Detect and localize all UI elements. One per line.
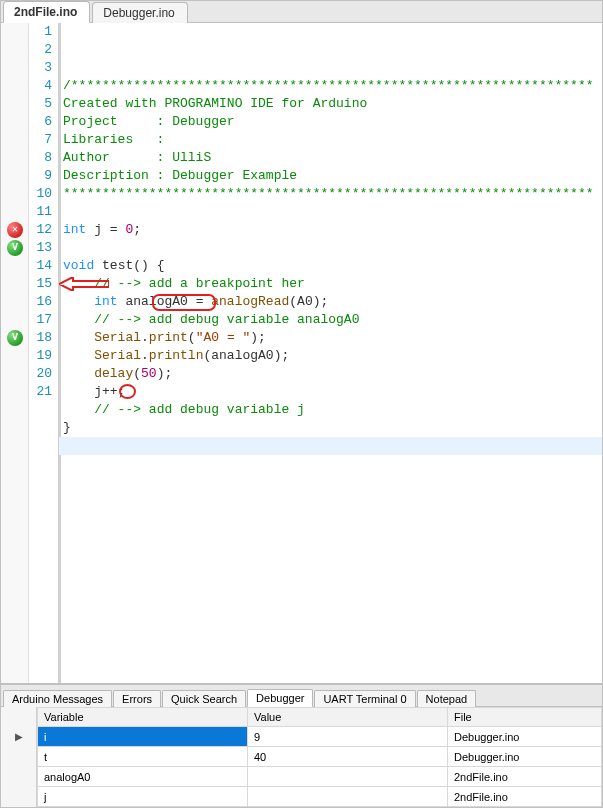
code-line[interactable]: int analogA0 = analogRead(A0); xyxy=(59,293,602,311)
line-number: 17 xyxy=(29,311,52,329)
current-row-indicator-icon xyxy=(1,746,36,765)
table-row[interactable]: j2ndFile.ino xyxy=(38,787,602,807)
cell-variable[interactable]: j xyxy=(38,787,248,807)
panel-tab-arduino-messages[interactable]: Arduino Messages xyxy=(3,690,112,707)
col-header-variable[interactable]: Variable xyxy=(38,708,248,727)
cell-variable[interactable]: i xyxy=(38,727,248,747)
panel-tab-errors[interactable]: Errors xyxy=(113,690,161,707)
cell-file[interactable]: 2ndFile.ino xyxy=(448,787,602,807)
bottom-panel: Arduino Messages Errors Quick Search Deb… xyxy=(0,684,603,808)
line-number: 19 xyxy=(29,347,52,365)
line-number: 3 xyxy=(29,59,52,77)
line-number: 10 xyxy=(29,185,52,203)
code-line[interactable] xyxy=(59,203,602,221)
cell-value[interactable]: 40 xyxy=(248,747,448,767)
current-row-indicator-icon: ▶ xyxy=(1,727,36,746)
code-line[interactable]: // --> add debug variable analogA0 xyxy=(59,311,602,329)
current-row-indicator-icon xyxy=(1,765,36,784)
file-tabs: 2ndFile.ino Debugger.ino xyxy=(1,1,602,23)
line-number: 12 xyxy=(29,221,52,239)
line-number: 2 xyxy=(29,41,52,59)
code-line[interactable]: /***************************************… xyxy=(59,77,602,95)
code-line[interactable]: int j = 0; xyxy=(59,221,602,239)
table-row[interactable]: analogA02ndFile.ino xyxy=(38,767,602,787)
panel-tab-quick-search[interactable]: Quick Search xyxy=(162,690,246,707)
code-line[interactable]: // --> add debug variable j xyxy=(59,401,602,419)
col-header-value[interactable]: Value xyxy=(248,708,448,727)
code-line[interactable]: void test() { xyxy=(59,257,602,275)
panel-tab-notepad[interactable]: Notepad xyxy=(417,690,477,707)
code-line[interactable]: ****************************************… xyxy=(59,185,602,203)
code-text[interactable]: /***************************************… xyxy=(59,23,602,683)
line-number: 5 xyxy=(29,95,52,113)
code-line[interactable] xyxy=(59,239,602,257)
annotation-circle-analogA0 xyxy=(152,294,216,311)
code-line[interactable]: Serial.print("A0 = "); xyxy=(59,329,602,347)
line-number: 6 xyxy=(29,113,52,131)
line-number: 9 xyxy=(29,167,52,185)
cell-value[interactable] xyxy=(248,787,448,807)
cell-value[interactable] xyxy=(248,767,448,787)
line-number: 8 xyxy=(29,149,52,167)
code-line[interactable]: Project : Debugger xyxy=(59,113,602,131)
line-number: 16 xyxy=(29,293,52,311)
code-line[interactable]: j++; xyxy=(59,383,602,401)
code-line[interactable]: Created with PROGRAMINO IDE for Arduino xyxy=(59,95,602,113)
code-line[interactable]: // --> add a breakpoint her xyxy=(59,275,602,293)
cell-variable[interactable]: t xyxy=(38,747,248,767)
code-area[interactable]: ✕VV 123456789101112131415161718192021 /*… xyxy=(1,23,602,683)
line-number: 14 xyxy=(29,257,52,275)
panel-tabs: Arduino Messages Errors Quick Search Deb… xyxy=(1,685,602,707)
annotation-circle-j xyxy=(119,384,136,399)
debug-var-icon[interactable]: V xyxy=(7,240,23,256)
debugger-table[interactable]: Variable Value File i9Debugger.inot40Deb… xyxy=(37,707,602,807)
panel-tab-debugger[interactable]: Debugger xyxy=(247,689,313,707)
debugger-body: ▶ Variable Value File i9Debugger.inot40D… xyxy=(1,707,602,807)
cell-file[interactable]: 2ndFile.ino xyxy=(448,767,602,787)
code-line[interactable]: Libraries : xyxy=(59,131,602,149)
line-number: 18 xyxy=(29,329,52,347)
table-row[interactable]: i9Debugger.ino xyxy=(38,727,602,747)
breakpoint-remove-icon[interactable]: ✕ xyxy=(7,222,23,238)
line-number: 1 xyxy=(29,23,52,41)
line-number: 7 xyxy=(29,131,52,149)
cell-file[interactable]: Debugger.ino xyxy=(448,727,602,747)
code-line[interactable]: Author : UlliS xyxy=(59,149,602,167)
file-tab-1[interactable]: Debugger.ino xyxy=(92,2,187,23)
debugger-row-marker-column: ▶ xyxy=(1,707,37,807)
line-number: 4 xyxy=(29,77,52,95)
line-number: 21 xyxy=(29,383,52,401)
file-tab-0[interactable]: 2ndFile.ino xyxy=(3,1,90,23)
code-line[interactable]: Serial.println(analogA0); xyxy=(59,347,602,365)
cell-variable[interactable]: analogA0 xyxy=(38,767,248,787)
cell-file[interactable]: Debugger.ino xyxy=(448,747,602,767)
line-number: 11 xyxy=(29,203,52,221)
table-row[interactable]: t40Debugger.ino xyxy=(38,747,602,767)
line-number: 13 xyxy=(29,239,52,257)
code-line[interactable]: } xyxy=(59,419,602,437)
cell-value[interactable]: 9 xyxy=(248,727,448,747)
code-line[interactable] xyxy=(59,437,602,455)
line-number: 20 xyxy=(29,365,52,383)
code-line[interactable]: delay(50); xyxy=(59,365,602,383)
gutter-line-numbers: 123456789101112131415161718192021 xyxy=(29,23,59,683)
panel-tab-uart-terminal-0[interactable]: UART Terminal 0 xyxy=(314,690,415,707)
debug-var-icon[interactable]: V xyxy=(7,330,23,346)
line-number: 15 xyxy=(29,275,52,293)
editor-pane: 2ndFile.ino Debugger.ino ✕VV 12345678910… xyxy=(0,0,603,684)
gutter-marker-column[interactable]: ✕VV xyxy=(1,23,29,683)
code-line[interactable]: Description : Debugger Example xyxy=(59,167,602,185)
col-header-file[interactable]: File xyxy=(448,708,602,727)
current-row-indicator-icon xyxy=(1,784,36,803)
